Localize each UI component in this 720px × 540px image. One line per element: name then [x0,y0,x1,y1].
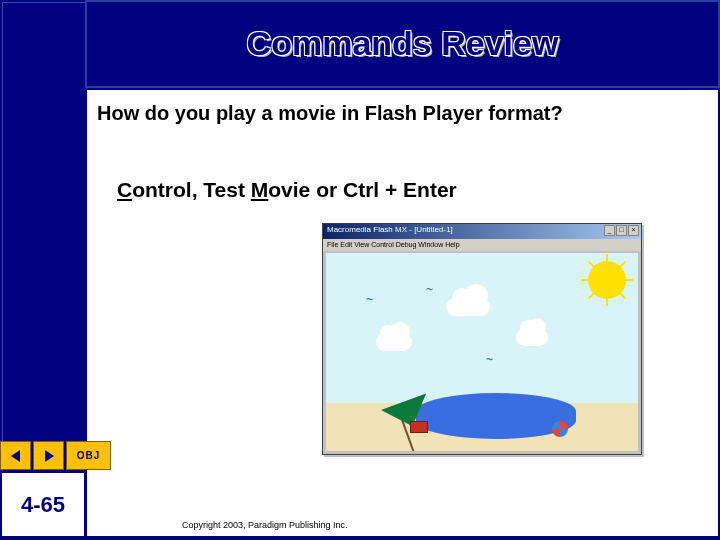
answer-part-1: ontrol, Test [132,178,251,201]
prev-button[interactable] [0,441,31,470]
close-button[interactable]: × [628,225,639,236]
slide-number-box: 4-65 [0,471,86,538]
chair-icon [410,421,428,433]
answer-text: Control, Test Movie or Ctrl + Enter [117,178,457,202]
sun-icon [590,263,624,297]
answer-hotkey-c: C [117,178,132,201]
bird-icon: ~ [426,283,442,290]
answer-part-2: ovie or Ctrl + Enter [268,178,456,201]
content-panel: How do you play a movie in Flash Player … [85,88,720,538]
bird-icon: ~ [366,293,382,300]
header-panel: Commands Review [85,0,720,88]
window-title: Macromedia Flash MX - [Untitled-1] [327,225,453,234]
triangle-right-icon [42,449,56,463]
svg-marker-1 [45,450,54,462]
nav-strip: OBJ [0,441,114,472]
copyright-text: Copyright 2003, Paradigm Publishing Inc. [182,520,348,530]
obj-button[interactable]: OBJ [66,441,111,470]
bird-icon: ~ [486,353,502,360]
question-text: How do you play a movie in Flash Player … [97,102,563,125]
svg-marker-0 [11,450,20,462]
slide-number: 4-65 [21,492,65,518]
beachball-icon [552,421,568,437]
minimize-button[interactable]: _ [604,225,615,236]
triangle-left-icon [9,449,23,463]
maximize-button[interactable]: □ [616,225,627,236]
flash-stage: ~ ~ ~ [326,253,638,451]
window-titlebar: Macromedia Flash MX - [Untitled-1] _ □ × [323,224,641,239]
flash-player-window: Macromedia Flash MX - [Untitled-1] _ □ ×… [322,223,642,455]
window-menubar[interactable]: File Edit View Control Debug Window Help [323,239,641,251]
window-controls: _ □ × [604,225,639,236]
answer-hotkey-m: M [251,178,269,201]
obj-label: OBJ [77,450,101,461]
next-button[interactable] [33,441,64,470]
slide-title: Commands Review [87,24,718,63]
